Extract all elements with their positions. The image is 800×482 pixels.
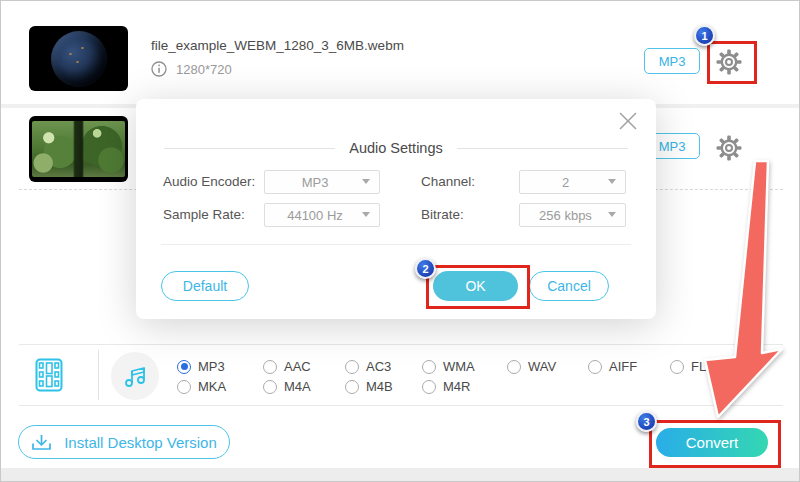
planet-image <box>51 31 107 87</box>
audio-settings-gear-button-1[interactable] <box>714 47 744 77</box>
format-label: M4B <box>366 379 393 394</box>
radio-button <box>422 380 436 394</box>
dialog-divider <box>161 244 631 245</box>
sample-rate-value: 44100 Hz <box>287 208 343 223</box>
format-radio-m4b[interactable]: M4B <box>345 379 393 394</box>
output-format-badge-1[interactable]: MP3 <box>644 48 700 74</box>
audio-settings-gear-button-2[interactable] <box>714 133 744 163</box>
bitrate-select[interactable]: 256 kbps <box>519 203 626 227</box>
radio-button <box>263 380 277 394</box>
format-label: WMA <box>443 359 475 374</box>
video-formats-tab[interactable] <box>35 358 63 392</box>
channel-value: 2 <box>562 175 569 190</box>
format-label: AIFF <box>609 359 637 374</box>
radio-button <box>345 380 359 394</box>
step-1-badge: 1 <box>694 25 715 46</box>
channel-label: Channel: <box>421 174 475 189</box>
audio-encoder-select[interactable]: MP3 <box>264 170 380 194</box>
format-label: M4A <box>284 379 311 394</box>
bitrate-value: 256 kbps <box>539 208 592 223</box>
audio-encoder-value: MP3 <box>302 175 329 190</box>
bottom-strip <box>1 468 800 482</box>
info-icon <box>151 61 167 77</box>
video-thumbnail-trees <box>29 116 128 182</box>
install-desktop-version-button[interactable]: Install Desktop Version <box>18 425 230 459</box>
bitrate-label: Bitrate: <box>421 207 464 222</box>
format-radio-m4r[interactable]: M4R <box>422 379 470 394</box>
sample-rate-label: Sample Rate: <box>163 207 245 222</box>
close-icon[interactable] <box>616 109 640 133</box>
sample-rate-select[interactable]: 44100 Hz <box>264 203 380 227</box>
dropdown-caret-icon <box>608 179 616 184</box>
dialog-title-row: Audio Settings <box>136 139 656 157</box>
dropdown-caret-icon <box>608 212 616 217</box>
format-label: AAC <box>284 359 311 374</box>
output-format-bar: MP3 AAC AC3 WMA WAV AIFF FLAC MKA M4A M4… <box>19 344 783 406</box>
cancel-button[interactable]: Cancel <box>529 271 609 301</box>
file-name: file_example_WEBM_1280_3_6MB.webm <box>151 38 404 53</box>
format-radio-ac3[interactable]: AC3 <box>345 359 391 374</box>
format-radio-mka[interactable]: MKA <box>177 379 226 394</box>
format-label: FLAC <box>691 359 724 374</box>
format-label: MP3 <box>198 359 225 374</box>
install-label: Install Desktop Version <box>64 434 217 451</box>
channel-select[interactable]: 2 <box>519 170 626 194</box>
trees-image <box>32 121 125 177</box>
format-radio-m4a[interactable]: M4A <box>263 379 311 394</box>
radio-button <box>422 360 436 374</box>
audio-encoder-label: Audio Encoder: <box>163 174 255 189</box>
radio-button <box>588 360 602 374</box>
radio-button <box>507 360 521 374</box>
film-strip-icon <box>35 358 63 392</box>
converter-app-window: file_example_WEBM_1280_3_6MB.webm 1280*7… <box>0 0 800 482</box>
video-resolution: 1280*720 <box>176 62 232 77</box>
download-icon <box>31 434 52 451</box>
format-radio-mp3[interactable]: MP3 <box>177 359 225 374</box>
format-label: AC3 <box>366 359 391 374</box>
radio-button <box>177 360 191 374</box>
format-radio-aiff[interactable]: AIFF <box>588 359 637 374</box>
audio-settings-dialog: Audio Settings Audio Encoder: MP3 Channe… <box>136 99 656 319</box>
radio-button <box>177 380 191 394</box>
radio-button <box>263 360 277 374</box>
video-thumbnail-planet <box>29 26 128 91</box>
format-label: WAV <box>528 359 556 374</box>
file-row-1: file_example_WEBM_1280_3_6MB.webm 1280*7… <box>9 14 793 104</box>
step-3-badge: 3 <box>636 411 657 432</box>
dialog-title: Audio Settings <box>335 140 457 156</box>
gear-icon <box>716 135 742 161</box>
radio-button <box>345 360 359 374</box>
format-radio-wav[interactable]: WAV <box>507 359 556 374</box>
step-2-badge: 2 <box>415 258 436 279</box>
default-button[interactable]: Default <box>161 271 249 301</box>
dropdown-caret-icon <box>362 179 370 184</box>
audio-formats-tab[interactable] <box>111 352 159 400</box>
format-label: M4R <box>443 379 470 394</box>
format-label: MKA <box>198 379 226 394</box>
convert-button[interactable]: Convert <box>656 428 768 457</box>
gear-icon <box>716 49 742 75</box>
dropdown-caret-icon <box>362 212 370 217</box>
music-note-icon <box>122 363 148 389</box>
file-meta: 1280*720 <box>151 61 232 77</box>
radio-button <box>670 360 684 374</box>
format-radio-aac[interactable]: AAC <box>263 359 311 374</box>
format-radio-wma[interactable]: WMA <box>422 359 475 374</box>
format-radio-flac[interactable]: FLAC <box>670 359 724 374</box>
format-bar-divider <box>98 350 99 400</box>
ok-button[interactable]: OK <box>433 271 518 301</box>
